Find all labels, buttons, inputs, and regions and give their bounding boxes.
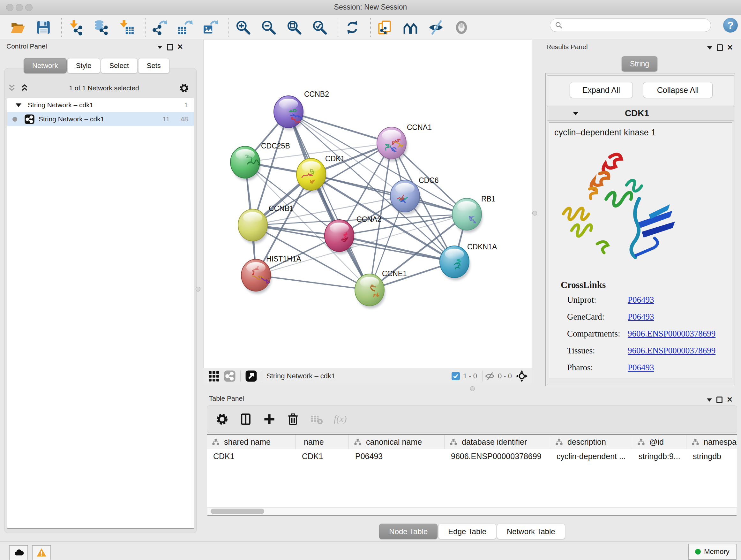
add-column-button[interactable]: [262, 412, 277, 427]
panel-close-icon[interactable]: ×: [727, 44, 733, 51]
network-edge-CCNB2-CCNE1[interactable]: [288, 112, 369, 290]
left-splitter-handle[interactable]: [196, 287, 200, 292]
column-header-shared-name[interactable]: shared name: [207, 435, 295, 449]
cloud-button[interactable]: [9, 545, 28, 560]
network-node-CDK1[interactable]: CDK1: [296, 154, 345, 193]
tab-style[interactable]: Style: [67, 58, 100, 73]
move-crosshair-icon[interactable]: [516, 370, 528, 382]
memory-button[interactable]: Memory: [688, 544, 737, 560]
panel-float-icon[interactable]: [717, 44, 723, 51]
scrollbar-thumb[interactable]: [211, 509, 264, 514]
panel-menu-icon[interactable]: [157, 46, 162, 49]
network-row[interactable]: String Network – cdk1 11 48: [7, 112, 194, 126]
panel-menu-icon[interactable]: [707, 398, 712, 401]
crosslink-link[interactable]: P06493: [628, 312, 654, 322]
control-panel-title: Control Panel: [6, 43, 47, 50]
search-input[interactable]: [565, 20, 711, 30]
panel-float-icon[interactable]: [717, 396, 723, 403]
table-cell: CDK1: [295, 449, 349, 463]
right-splitter-handle[interactable]: [532, 211, 537, 215]
expand-all-icon[interactable]: [20, 83, 29, 93]
tab-select[interactable]: Select: [101, 58, 138, 73]
crosslink-link[interactable]: 9606.ENSP00000378699: [628, 329, 716, 339]
column-header--id[interactable]: @id: [632, 435, 686, 449]
column-header-canonical-name[interactable]: canonical name: [349, 435, 445, 449]
network-node-CDC6[interactable]: CDC6: [390, 176, 439, 214]
crosslink-link[interactable]: 9606.ENSP00000378699: [628, 346, 716, 356]
help-button[interactable]: ?: [723, 18, 738, 33]
zoom-in-button[interactable]: [234, 18, 252, 37]
view-mode-share-icon[interactable]: [224, 370, 236, 382]
column-header-name[interactable]: name: [295, 435, 349, 449]
search-box[interactable]: [550, 18, 711, 32]
tab-network[interactable]: Network: [23, 58, 67, 73]
network-node-HIST1H1A[interactable]: HIST1H1A: [241, 255, 301, 294]
network-edge-HIST1H1A-CCNE1[interactable]: [256, 275, 369, 290]
panel-float-icon[interactable]: [167, 44, 173, 51]
tab-sets[interactable]: Sets: [138, 58, 170, 73]
network-node-CCNB2[interactable]: CCNB2: [274, 90, 329, 130]
column-header-database-identifier[interactable]: database identifier: [445, 435, 550, 449]
table-toolbar: f(x): [207, 406, 737, 433]
network-edge-CDK1-RB1[interactable]: [311, 174, 467, 214]
table-settings-button[interactable]: [215, 412, 229, 427]
network-collection-row[interactable]: String Network – cdk1 1: [7, 98, 194, 112]
tab-network-table[interactable]: Network Table: [497, 523, 565, 539]
export-table-button[interactable]: [176, 18, 194, 37]
gear-icon[interactable]: [179, 83, 190, 94]
node-label-CCNA2: CCNA2: [356, 215, 381, 224]
collapse-all-button[interactable]: Collapse All: [643, 82, 713, 98]
save-session-button[interactable]: [35, 18, 52, 37]
string-results-content: Expand All Collapse All CDK1 cyclin–depe…: [545, 73, 735, 386]
zoom-out-button[interactable]: [260, 18, 278, 37]
node-label-HIST1H1A: HIST1H1A: [266, 255, 301, 263]
crosslink-link[interactable]: P06493: [628, 295, 654, 305]
network-node-RB1[interactable]: RB1: [452, 195, 495, 233]
section-expander-icon[interactable]: [573, 112, 579, 115]
equation-builder-button[interactable]: f(x): [333, 412, 347, 427]
crosslink-link[interactable]: P06493: [628, 363, 654, 373]
tab-edge-table[interactable]: Edge Table: [438, 523, 496, 539]
collapse-all-icon[interactable]: [7, 83, 17, 93]
export-network-button[interactable]: [151, 18, 169, 37]
apply-layout-button[interactable]: [343, 18, 361, 37]
panel-close-icon[interactable]: ×: [178, 44, 183, 50]
panel-close-icon[interactable]: ×: [727, 396, 732, 402]
show-all-button[interactable]: [453, 18, 470, 37]
expand-all-button[interactable]: Expand All: [569, 82, 633, 98]
network-node-CCNA2[interactable]: CCNA2: [325, 215, 381, 254]
collection-expander-icon[interactable]: [16, 104, 21, 107]
hide-selected-button[interactable]: [427, 18, 445, 37]
import-network-database-button[interactable]: [92, 18, 111, 37]
import-table-button[interactable]: [118, 18, 136, 37]
zoom-selected-button[interactable]: [311, 18, 329, 37]
export-image-button[interactable]: [202, 18, 219, 37]
panel-menu-icon[interactable]: [707, 46, 712, 50]
memory-label: Memory: [704, 548, 729, 556]
warnings-button[interactable]: [32, 545, 51, 560]
column-header-description[interactable]: description: [550, 435, 632, 449]
tab-node-table[interactable]: Node Table: [379, 523, 437, 539]
grid-mode-icon[interactable]: [208, 370, 220, 382]
bottom-splitter-handle[interactable]: [470, 386, 475, 391]
table-row[interactable]: CDK1CDK1P064939606.ENSP00000378699cyclin…: [207, 449, 737, 463]
import-network-file-button[interactable]: [67, 18, 85, 37]
delete-table-button[interactable]: [309, 412, 324, 427]
network-canvas[interactable]: CCNB2CCNA1CDC25BCDK1CDC6RB1CCNB1CCNA2CDK…: [203, 40, 532, 368]
network-node-CDKN1A[interactable]: CDKN1A: [440, 243, 497, 280]
node-label-CDK1: CDK1: [325, 154, 345, 163]
node-section-header[interactable]: CDK1: [547, 106, 734, 121]
manage-columns-button[interactable]: [239, 412, 253, 427]
node-section-title: CDK1: [579, 108, 695, 118]
selected-checkbox[interactable]: [452, 372, 460, 380]
birdseye-toggle-icon[interactable]: [245, 370, 257, 382]
delete-column-button[interactable]: [286, 412, 300, 427]
first-neighbors-button[interactable]: [401, 18, 419, 37]
tab-string[interactable]: String: [622, 56, 657, 71]
open-session-button[interactable]: [9, 18, 27, 37]
zoom-fit-button[interactable]: [285, 18, 303, 37]
network-node-CDC25B[interactable]: CDC25B: [230, 142, 290, 181]
column-header-namespace[interactable]: namespace: [686, 435, 737, 449]
clone-network-button[interactable]: [376, 18, 394, 37]
network-node-CCNB1[interactable]: CCNB1: [238, 204, 293, 244]
